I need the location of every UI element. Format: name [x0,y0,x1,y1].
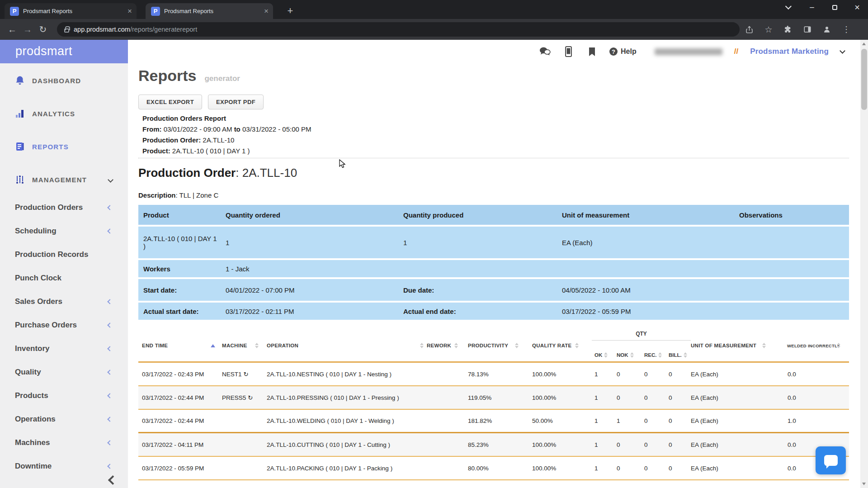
column-qty-nok[interactable]: NOK [614,351,642,360]
record-row[interactable]: 03/17/2022 - 02:44 PM PRESS5↻ 2A.TLL-10.… [138,386,849,410]
sidebar-item-management[interactable]: MANAGEMENT [0,171,128,189]
column-quality-rate[interactable]: QUALITY RATE [532,341,573,351]
excel-export-button[interactable]: EXCEL EXPORT [138,95,202,109]
record-row[interactable]: 03/17/2022 - 02:43 PM NEST1↻ 2A.TLL-10.N… [138,363,849,386]
browser-tab-1[interactable]: P Prodsmart Reports × [5,3,137,19]
sort-ascending-icon[interactable] [211,344,215,347]
back-icon[interactable]: ← [5,24,20,35]
sidebar-item-inventory[interactable]: Inventory [0,337,128,360]
mouse-cursor [339,159,346,171]
page-url[interactable]: app.prodsmart.com/reports/generatereport [74,26,197,33]
extensions-icon[interactable] [783,24,793,34]
sort-icon[interactable] [454,343,458,348]
sidebar-item-sales-orders[interactable]: Sales Orders [0,290,128,313]
sidebar-item-label: ANALYTICS [32,110,75,118]
order-info-actual-dates-row: Actual start date: 03/17/2022 - 02:11 PM… [138,303,849,320]
report-product: Product: 2A.TLL-10 ( 010 | DAY 1 ) [142,147,857,155]
window-maximize-button[interactable] [830,3,839,12]
sidebar-item-quality[interactable]: Quality [0,360,128,384]
bookmark-star-icon[interactable]: ☆ [764,24,774,34]
profile-avatar-icon[interactable] [822,24,832,34]
sort-icon[interactable] [255,343,267,348]
sidebar-item-reports[interactable]: REPORTS [0,137,128,156]
machine-sync-icon: ↻ [248,394,253,401]
scroll-up-icon[interactable] [862,43,866,45]
divider [138,158,849,158]
order-info-workers-row: Workers 1 - Jack [138,260,849,277]
side-panel-icon[interactable] [802,24,812,34]
bookmark-icon[interactable] [586,46,598,57]
sidebar-item-punch-clock[interactable]: Punch Clock [0,266,128,290]
production-order-heading: Production Order: 2A.TLL-10 [138,166,857,180]
chevron-down-icon[interactable] [840,48,845,54]
sort-icon[interactable] [762,343,778,348]
mobile-app-icon[interactable] [562,46,574,57]
window-dropdown-icon[interactable] [785,3,794,12]
sidebar-item-purchase-orders[interactable]: Purchase Orders [0,313,128,337]
sidebar-item-scheduling[interactable]: Scheduling [0,219,128,243]
forward-icon[interactable]: → [20,24,35,35]
sidebar-item-operations[interactable]: Operations [0,407,128,431]
chevron-left-icon [107,393,112,398]
browser-tab-2-active[interactable]: P Prodsmart Reports × [146,3,273,19]
question-mark-icon: ? [609,47,618,56]
order-description: Description: TLL | Zone C [138,191,857,199]
org-name[interactable]: Prodsmart Marketing [750,47,829,56]
page-scrollbar[interactable] [860,40,868,488]
browser-menu-icon[interactable]: ⋮ [841,24,851,34]
reload-icon[interactable]: ↻ [35,24,51,35]
column-rework[interactable]: REWORK [427,341,452,351]
column-productivity[interactable]: PRODUCTIVITY [468,341,513,351]
sidebar-item-dashboard[interactable]: DASHBOARD [0,71,128,90]
sort-icon[interactable] [575,343,592,348]
scrollbar-thumb[interactable] [861,49,867,110]
prodsmart-logo[interactable]: prodsmart [0,40,128,63]
pdf-export-button[interactable]: EXPORT PDF [208,95,264,109]
address-bar[interactable]: app.prodsmart.com/reports/generatereport [57,22,740,37]
bell-icon [14,75,25,86]
sort-icon[interactable] [515,343,532,348]
column-qty-ok[interactable]: OK [592,351,614,360]
column-machine[interactable]: MACHINE [222,341,253,351]
record-row[interactable]: 03/17/2022 - 04:11 PM 2A.TLL-10.CUTTING … [138,433,849,457]
production-records-table: END TIME MACHINE OPERATION REWORK PRODUC… [138,327,849,480]
column-end-time[interactable]: END TIME [138,341,211,351]
report-meta: Production Orders Report From: 03/01/202… [138,114,857,155]
report-name: Production Orders Report [142,114,226,122]
chevron-left-icon [107,440,112,445]
sidebar-item-production-records[interactable]: Production Records [0,243,128,266]
column-unit-of-measurement[interactable]: UNIT OF MEASUREMENT [691,341,760,351]
sidebar-item-label: MANAGEMENT [32,176,87,184]
chat-launcher-button[interactable] [816,446,846,474]
column-qty-rec[interactable]: REC. [642,351,666,360]
user-name-redacted[interactable] [655,48,722,55]
new-tab-button[interactable]: + [284,5,297,17]
page-title: Reports generator [138,67,857,85]
sidebar-item-analytics[interactable]: ANALYTICS [0,104,128,123]
order-info-table: Product Quantity ordered Quantity produc… [138,205,849,320]
help-button[interactable]: ? Help [609,47,637,56]
screen: P Prodsmart Reports × P Prodsmart Report… [0,0,868,488]
record-row[interactable]: 03/17/2022 - 02:44 PM 2A.TLL-10.WELDING … [138,410,849,433]
sidebar-item-production-orders[interactable]: Production Orders [0,196,128,219]
sort-icon[interactable] [420,343,427,348]
share-icon[interactable] [744,24,754,34]
sidebar-item-downtime[interactable]: Downtime [0,455,128,478]
record-row[interactable]: 03/17/2022 - 05:59 PM 2A.TLL-10.PACKING … [138,457,849,480]
column-qty-bill[interactable]: BILL. [666,351,691,360]
sort-icon[interactable] [837,343,849,348]
records-table-header: END TIME MACHINE OPERATION REWORK PRODUC… [138,327,849,363]
window-close-button[interactable]: × [853,3,862,12]
lock-icon[interactable] [64,28,69,33]
chat-icon[interactable] [539,46,551,57]
scroll-down-icon[interactable] [862,483,866,485]
window-minimize-button[interactable]: – [807,3,816,12]
column-welded-incorrectly[interactable]: WELDED INCORRECTLY [778,341,835,351]
app-window: prodsmart DASHBOARD ANALYTICS [0,40,868,488]
sidebar-item-products[interactable]: Products [0,384,128,407]
tab-close-icon[interactable]: × [264,7,269,15]
column-operation[interactable]: OPERATION [267,341,418,351]
sort-icon [604,352,608,358]
sidebar-item-machines[interactable]: Machines [0,431,128,455]
tab-close-icon[interactable]: × [127,7,132,15]
